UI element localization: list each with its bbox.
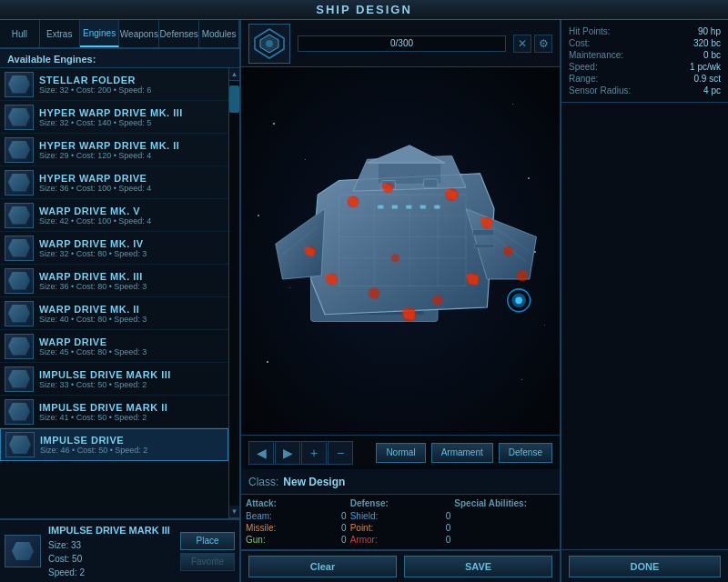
- list-item[interactable]: Hyper Warp Drive Mk. III Size: 32 • Cost…: [0, 101, 228, 134]
- list-item[interactable]: Warp Drive Mk. II Size: 40 • Cost: 80 • …: [0, 297, 228, 330]
- list-item[interactable]: Stellar Folder Size: 32 • Cost: 200 • Sp…: [0, 68, 228, 101]
- mode-normal-button[interactable]: Normal: [376, 443, 425, 463]
- attack-header: Attack:: [246, 498, 347, 508]
- ship-viewport: [241, 67, 560, 435]
- engine-icon: [5, 268, 34, 294]
- tab-defenses[interactable]: Defenses: [159, 20, 199, 47]
- selected-engine-panel: Impulse Drive Mark III Size: 33 Cost: 50…: [0, 518, 239, 582]
- viewport-controls: ◀ ▶ + − Normal Armament Defense: [241, 435, 560, 469]
- engine-icon: [5, 334, 34, 359]
- list-item[interactable]: Impulse Drive Mark III Size: 33 • Cost: …: [0, 363, 228, 396]
- left-panel: Hull Extras Engines Weapons Defenses Mod…: [0, 20, 241, 582]
- cost-value: 320 bc: [693, 38, 721, 48]
- engine-icon: [5, 432, 35, 457]
- tab-engines[interactable]: Engines: [80, 20, 120, 47]
- right-panel: Hit Points: 90 hp Cost: 320 bc Maintenan…: [560, 20, 728, 582]
- svg-marker-18: [368, 146, 445, 163]
- window-title: Ship Design: [316, 3, 412, 16]
- point-value: 0: [446, 523, 451, 533]
- top-controls: 0/300 ✕ ⚙: [241, 20, 560, 67]
- zoom-in-button[interactable]: +: [301, 441, 327, 465]
- shield-label: Shield:: [350, 511, 379, 521]
- tab-extras[interactable]: Extras: [40, 20, 80, 47]
- close-icon-btn[interactable]: ✕: [513, 35, 531, 53]
- hull-icon: [253, 27, 286, 60]
- title-bar: Ship Design: [0, 0, 728, 20]
- rotate-right-button[interactable]: ▶: [275, 441, 300, 465]
- hp-label: Hit Points:: [569, 26, 611, 36]
- list-item[interactable]: Warp Drive Mk. IV Size: 32 • Cost: 80 • …: [0, 232, 228, 265]
- special-header: Special Abilities:: [454, 498, 555, 508]
- list-item[interactable]: Warp Drive Size: 45 • Cost: 80 • Speed: …: [0, 330, 228, 363]
- engine-icon: [5, 366, 34, 392]
- mode-defense-button[interactable]: Defense: [499, 443, 552, 463]
- favorite-button[interactable]: Favorite: [180, 553, 235, 571]
- combat-stats: Attack: Beam: 0 Missile: 0 Gun: 0 Defens…: [241, 495, 560, 550]
- maintenance-value: 0 bc: [703, 50, 721, 60]
- svg-point-2: [266, 40, 273, 47]
- engines-section-label: Available Engines:: [0, 49, 239, 68]
- list-scrollbar: ▲ ▼: [228, 68, 239, 518]
- scroll-up-button[interactable]: ▲: [229, 68, 239, 81]
- settings-icon-btn[interactable]: ⚙: [534, 35, 552, 53]
- ship-svg: [268, 105, 551, 396]
- rotate-left-button[interactable]: ◀: [248, 441, 274, 465]
- engine-icon: [5, 236, 34, 261]
- done-button[interactable]: DONE: [569, 556, 721, 577]
- action-row: Clear SAVE: [241, 550, 560, 582]
- class-label: Class:: [248, 476, 278, 488]
- list-item[interactable]: Hyper Warp Drive Size: 36 • Cost: 100 • …: [0, 166, 228, 199]
- svg-point-40: [517, 270, 528, 281]
- center-panel: 0/300 ✕ ⚙: [241, 20, 560, 582]
- selected-engine-speed: Speed: 2: [48, 566, 180, 579]
- ship-stats-panel: Hit Points: 90 hp Cost: 320 bc Maintenan…: [561, 20, 728, 103]
- point-label: Point:: [350, 523, 374, 533]
- selected-engine-size: Size: 33: [48, 538, 180, 552]
- engine-list[interactable]: Stellar Folder Size: 32 • Cost: 200 • Sp…: [0, 68, 228, 518]
- beam-value: 0: [341, 511, 347, 521]
- sensor-label: Sensor Radius:: [569, 85, 631, 95]
- list-item[interactable]: Impulse Drive Size: 46 • Cost: 50 • Spee…: [0, 428, 228, 461]
- selected-engine-name: Impulse Drive Mark III: [48, 523, 180, 538]
- svg-rect-54: [406, 206, 411, 209]
- engine-icon: [5, 72, 34, 97]
- place-button[interactable]: Place: [180, 532, 235, 550]
- progress-bar: 0/300: [298, 35, 506, 52]
- svg-rect-56: [434, 206, 440, 209]
- gun-label: Gun:: [246, 535, 266, 545]
- list-item[interactable]: Warp Drive Mk. III Size: 36 • Cost: 80 •…: [0, 265, 228, 297]
- range-label: Range:: [569, 74, 598, 84]
- scroll-down-button[interactable]: ▼: [229, 506, 239, 518]
- tab-hull[interactable]: Hull: [0, 20, 40, 47]
- scroll-thumb[interactable]: [229, 85, 239, 113]
- maintenance-label: Maintenance:: [569, 50, 623, 60]
- speed-label: Speed:: [569, 62, 598, 72]
- speed-value: 1 pc/wk: [690, 62, 721, 72]
- range-value: 0.9 sct: [694, 74, 721, 84]
- svg-rect-52: [378, 206, 383, 209]
- tab-modules[interactable]: Modules: [199, 20, 239, 47]
- list-item[interactable]: Hyper Warp Drive Mk. II Size: 29 • Cost:…: [0, 134, 228, 166]
- main-container: Hull Extras Engines Weapons Defenses Mod…: [0, 20, 728, 582]
- defense-header: Defense:: [350, 498, 451, 508]
- missile-label: Missile:: [246, 523, 276, 533]
- tab-weapons[interactable]: Weapons: [119, 20, 159, 47]
- svg-rect-25: [424, 179, 439, 187]
- armor-label: Armor:: [350, 535, 378, 545]
- selected-engine-icon: [5, 535, 41, 567]
- bottom-actions: DONE: [561, 549, 728, 582]
- save-button[interactable]: SAVE: [404, 556, 552, 577]
- engine-icon: [5, 105, 34, 130]
- clear-button[interactable]: Clear: [248, 556, 397, 577]
- list-item[interactable]: Warp Drive Mk. V Size: 42 • Cost: 100 • …: [0, 199, 228, 232]
- shield-value: 0: [446, 511, 451, 521]
- svg-point-49: [369, 287, 379, 298]
- mode-armament-button[interactable]: Armament: [431, 443, 493, 463]
- svg-marker-22: [276, 209, 325, 280]
- svg-rect-27: [474, 244, 494, 248]
- armor-value: 0: [446, 535, 451, 545]
- hull-preview: [248, 24, 290, 64]
- list-item[interactable]: Impulse Drive Mark II Size: 41 • Cost: 5…: [0, 396, 228, 428]
- zoom-out-button[interactable]: −: [328, 441, 353, 465]
- engine-icon: [5, 399, 34, 425]
